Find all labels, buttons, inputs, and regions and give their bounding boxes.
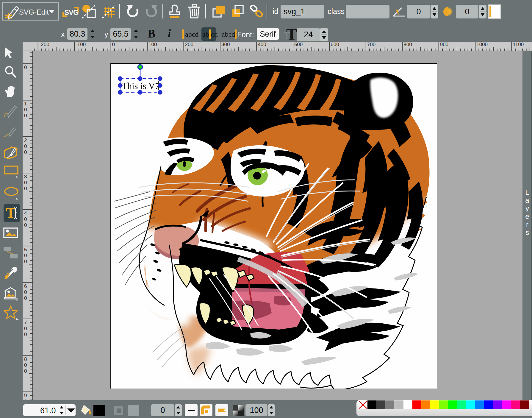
svg-text:1000: 1000 [476,42,488,47]
svg-text:-100: -100 [76,42,86,47]
svg-text:0: 0 [24,295,27,301]
svg-text:0: 0 [24,144,27,149]
svg-text:0: 0 [24,216,27,222]
svg-text:0: 0 [24,368,27,374]
svg-text:8: 8 [24,356,27,362]
svg-text:0: 0 [24,362,27,368]
svg-text:800: 800 [403,42,412,47]
svg-text:SVG: SVG [64,8,79,16]
svg-text:0: 0 [24,180,27,185]
svg-text:6: 6 [24,283,27,289]
svg-text:0: 0 [24,113,27,118]
svg-text:0: 0 [24,289,27,295]
svg-text:0: 0 [24,149,27,155]
svg-text:0: 0 [24,107,27,113]
svg-text:400: 400 [258,42,266,47]
svg-text:200: 200 [185,42,193,47]
svg-text:3: 3 [24,174,27,180]
svg-text:900: 900 [440,42,448,47]
svg-text:-200: -200 [39,42,49,47]
svg-text:0: 0 [24,326,27,331]
svg-text:0: 0 [24,332,27,337]
svg-text:0: 0 [24,259,27,264]
svg-text:1: 1 [24,101,27,107]
svg-text:300: 300 [221,42,230,47]
svg-text:9: 9 [24,393,27,398]
svg-text:600: 600 [331,42,339,47]
svg-text:0: 0 [24,253,27,258]
svg-text:7: 7 [24,320,27,325]
svg-text:4: 4 [24,210,27,216]
svg-text:1100: 1100 [513,42,524,47]
svg-text:0: 0 [24,65,27,70]
svg-text:0: 0 [24,222,27,228]
svg-text:0: 0 [112,42,115,47]
svg-text:5: 5 [24,247,27,252]
svg-text:2: 2 [24,138,27,143]
svg-text:700: 700 [367,42,375,47]
svg-text:0: 0 [24,186,27,191]
svg-text:100: 100 [148,42,157,47]
svg-text:500: 500 [294,42,303,47]
